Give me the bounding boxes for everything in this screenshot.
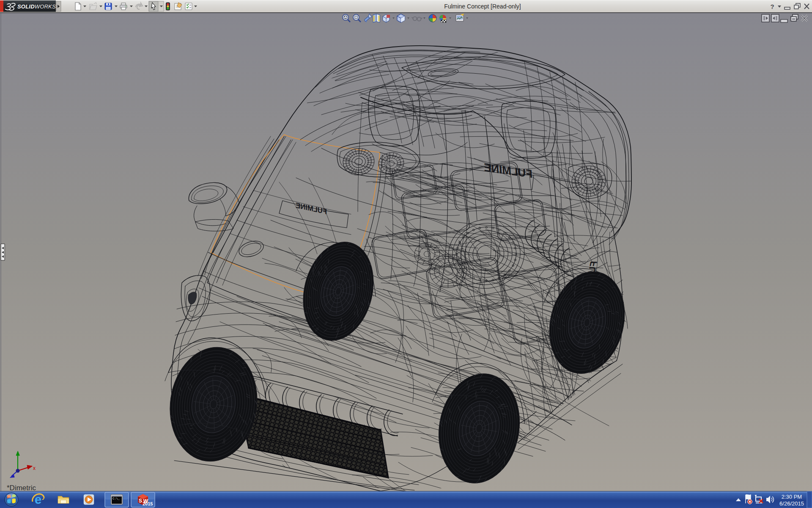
svg-text:6/26/2015: 6/26/2015	[779, 500, 804, 507]
svg-text:S: S	[139, 498, 142, 504]
svg-text:?: ?	[770, 3, 774, 10]
svg-text:Fulmine Concept [Read-only]: Fulmine Concept [Read-only]	[444, 3, 521, 10]
svg-text:*Dimetric: *Dimetric	[7, 484, 36, 492]
svg-text:x: x	[33, 465, 36, 471]
svg-text:C:\_: C:\_	[112, 497, 120, 500]
svg-text:2:30 PM: 2:30 PM	[782, 494, 802, 500]
svg-text:2015: 2015	[143, 501, 153, 506]
svg-text:SOLIDWORKS: SOLIDWORKS	[17, 3, 56, 10]
